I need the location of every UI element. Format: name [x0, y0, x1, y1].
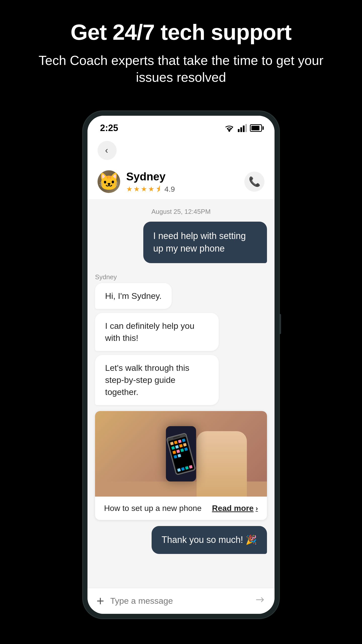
send-icon: [254, 594, 265, 605]
input-area: +: [87, 588, 275, 614]
read-more-label: Read more: [212, 504, 253, 513]
phone-frame: 2:25: [83, 111, 279, 618]
svg-point-0: [229, 130, 230, 132]
agent-sender-label: Sydney: [87, 269, 275, 283]
agent-text-3: Let's walk through this step-by-step gui…: [105, 363, 189, 396]
user-message-text-1: I need help with setting up my new phone: [153, 231, 246, 254]
star-4: ★: [148, 185, 154, 193]
svg-rect-3: [243, 126, 245, 132]
thankyou-bubble: Thank you so much! 🎉: [152, 526, 267, 554]
wifi-icon: [224, 124, 235, 132]
agent-bubble-3: Let's walk through this step-by-step gui…: [95, 355, 219, 405]
header-title: Get 24/7 tech support: [30, 20, 332, 45]
user-bubble-1: I need help with setting up my new phone: [143, 222, 267, 263]
call-button[interactable]: 📞: [244, 172, 264, 192]
star-2: ★: [133, 185, 140, 193]
star-1: ★: [126, 185, 132, 193]
chat-timestamp: August 25, 12:45PM: [87, 200, 275, 222]
avatar: [98, 170, 120, 193]
status-bar: 2:25: [87, 116, 275, 136]
status-time: 2:25: [100, 123, 118, 133]
phone-screen: 2:25: [87, 116, 275, 614]
thankyou-text: Thank you so much! 🎉: [162, 535, 257, 545]
send-button[interactable]: [254, 594, 265, 608]
back-icon: ‹: [105, 146, 108, 155]
signal-icon: [238, 124, 247, 132]
agent-message-1: Hi, I'm Sydney.: [87, 283, 275, 313]
back-button[interactable]: ‹: [98, 141, 117, 160]
card-content: How to set up a new phone Read more ›: [95, 497, 267, 520]
stars: ★ ★ ★ ★ ⯨: [126, 185, 162, 193]
header-subtitle: Tech Coach experts that take the time to…: [30, 52, 332, 86]
agent-message-2: I can definitely help you with this!: [87, 313, 275, 355]
call-icon: 📞: [249, 176, 260, 187]
header-section: Get 24/7 tech support Tech Coach experts…: [0, 0, 362, 101]
agent-text-2: I can definitely help you with this!: [105, 321, 194, 343]
svg-rect-4: [245, 124, 247, 132]
chevron-right-icon: ›: [256, 504, 258, 512]
nav-bar: ‹: [87, 136, 275, 165]
card-title: How to set up a new phone: [104, 504, 202, 513]
battery-icon: [250, 124, 262, 132]
status-icons: [224, 124, 262, 132]
svg-rect-2: [240, 127, 242, 132]
chat-area: August 25, 12:45PM I need help with sett…: [87, 200, 275, 588]
agent-bubble-1: Hi, I'm Sydney.: [95, 283, 172, 309]
user-message-1: I need help with setting up my new phone: [87, 222, 275, 269]
agent-message-3: Let's walk through this step-by-step gui…: [87, 355, 275, 409]
agent-rating: ★ ★ ★ ★ ⯨ 4.9: [126, 185, 244, 193]
star-half: ⯨: [155, 185, 162, 193]
agent-bubble-2: I can definitely help you with this!: [95, 313, 219, 351]
agent-text-1: Hi, I'm Sydney.: [105, 291, 162, 301]
star-3: ★: [141, 185, 147, 193]
thankyou-message: Thank you so much! 🎉: [87, 526, 275, 560]
card-message: How to set up a new phone Read more ›: [95, 411, 267, 520]
add-attachment-button[interactable]: +: [97, 594, 104, 608]
message-input[interactable]: [110, 596, 248, 606]
rating-value: 4.9: [164, 185, 175, 193]
read-more-button[interactable]: Read more ›: [212, 504, 258, 513]
svg-rect-1: [238, 129, 240, 132]
agent-name: Sydney: [126, 170, 244, 183]
agent-info: Sydney ★ ★ ★ ★ ⯨ 4.9: [126, 170, 244, 193]
side-button: [279, 314, 281, 334]
card-image: [95, 411, 267, 497]
agent-header: Sydney ★ ★ ★ ★ ⯨ 4.9 📞: [87, 165, 275, 200]
